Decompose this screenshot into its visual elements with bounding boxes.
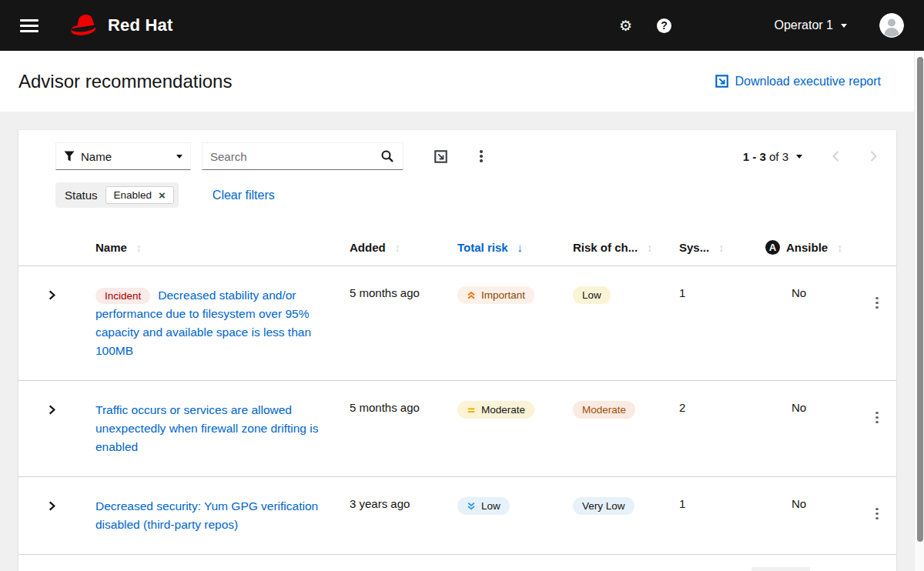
table-row: IncidentDecreased stability and/or perfo… [18, 266, 896, 381]
page-header: Advisor recommendations Download executi… [0, 51, 924, 112]
filter-category-label: Name [81, 150, 112, 163]
sort-icon[interactable]: ↕ [395, 242, 400, 254]
risk-of-change-badge: Low [573, 286, 611, 304]
angle-double-up-icon [467, 290, 476, 300]
row-kebab-menu-icon[interactable] [875, 290, 879, 309]
systems-cell: 1 [661, 477, 747, 555]
column-header-name[interactable]: Name ↕ [77, 225, 331, 266]
column-header-ansible[interactable]: A Ansible ↕ [747, 225, 857, 266]
column-header-systems[interactable]: Sys... ↕ [661, 225, 747, 266]
navbar-right: ⚙ ? Operator 1 [618, 13, 904, 38]
added-cell: 5 months ago [331, 266, 439, 381]
recommendation-link[interactable]: Decreased security: Yum GPG verification… [95, 499, 318, 531]
download-executive-report-label: Download executive report [735, 75, 881, 88]
ansible-cell: No [747, 477, 857, 555]
table-row: Traffic occurs or services are allowed u… [18, 381, 896, 477]
column-header-total-risk[interactable]: Total risk ↓ [439, 225, 554, 266]
menu-icon[interactable] [20, 19, 38, 32]
chevron-down-icon [176, 155, 182, 159]
ansible-cell: No [747, 381, 857, 477]
search-icon[interactable] [372, 150, 403, 162]
added-cell: 5 months ago [331, 381, 439, 477]
chip-label: Enabled [114, 189, 152, 201]
search-box [202, 142, 403, 170]
expand-row-icon[interactable] [48, 500, 56, 512]
filter-icon [64, 151, 75, 162]
table-toolbar: Name [18, 130, 896, 178]
expand-row-icon[interactable] [48, 289, 56, 301]
sort-desc-icon[interactable]: ↓ [517, 241, 524, 254]
active-filters-row: Status Enabled × Clear filters [18, 178, 896, 225]
status-chip-group: Status Enabled × [55, 182, 179, 208]
pagination-range: 1 - 3 [743, 150, 766, 163]
previous-page-icon[interactable] [832, 150, 840, 162]
angle-double-down-icon [467, 501, 476, 511]
kebab-menu-icon[interactable] [480, 150, 483, 162]
chip-group-label: Status [65, 189, 98, 202]
total-risk-badge: Moderate [457, 401, 534, 419]
recommendations-table: Name ↕ Added ↕ Total risk ↓ Risk of ch..… [18, 225, 896, 555]
actions-column-header [857, 225, 896, 266]
avatar[interactable] [879, 13, 904, 38]
scrollbar-thumb[interactable] [917, 57, 923, 542]
added-cell: 3 years ago [331, 477, 439, 555]
table-row: Decreased security: Yum GPG verification… [18, 477, 896, 555]
risk-of-change-badge: Moderate [573, 401, 635, 419]
sort-icon[interactable]: ↕ [647, 242, 652, 254]
pagination-total: of 3 [769, 150, 788, 163]
risk-of-change-badge: Very Low [573, 497, 634, 515]
user-menu-toggle[interactable]: Operator 1 [775, 18, 847, 32]
next-page-icon[interactable] [869, 150, 878, 162]
column-header-added[interactable]: Added ↕ [331, 225, 439, 266]
pagination-menu-toggle[interactable]: 1 - 3 of 3 [743, 150, 802, 163]
systems-cell: 2 [661, 381, 747, 477]
recommendations-card: Name [18, 130, 896, 571]
systems-cell: 1 [661, 266, 747, 381]
filter-category-dropdown[interactable]: Name [55, 142, 191, 170]
clear-filters-button[interactable]: Clear filters [213, 189, 275, 202]
column-header-risk-of-change[interactable]: Risk of ch... ↕ [554, 225, 661, 266]
equals-icon [467, 406, 476, 415]
incident-badge: Incident [95, 288, 150, 304]
expand-row-icon[interactable] [48, 404, 56, 416]
recommendation-link[interactable]: Traffic occurs or services are allowed u… [95, 403, 319, 453]
redhat-logo: Red Hat [66, 13, 173, 38]
scrollbar-track[interactable] [914, 51, 924, 571]
content: Name [0, 112, 924, 571]
row-kebab-menu-icon[interactable] [875, 501, 879, 519]
export-icon[interactable] [434, 150, 447, 163]
download-executive-report-button[interactable]: Download executive report [715, 75, 881, 88]
total-risk-badge: Important [457, 286, 534, 304]
expand-column-header [18, 225, 77, 266]
total-risk-badge: Low [457, 497, 510, 515]
user-name: Operator 1 [775, 18, 833, 32]
ansible-icon: A [765, 240, 780, 255]
ansible-cell: No [747, 266, 857, 381]
close-icon[interactable]: × [159, 189, 166, 201]
filter-chip-enabled: Enabled × [105, 186, 174, 204]
pagination: 1 - 3 of 3 [743, 150, 878, 163]
redhat-hat-icon [66, 13, 100, 38]
bottom-pagination-peek [752, 567, 810, 571]
brand-name: Red Hat [108, 15, 173, 35]
table-header-row: Name ↕ Added ↕ Total risk ↓ Risk of ch..… [18, 225, 896, 266]
gear-icon[interactable]: ⚙ [618, 17, 634, 34]
sort-icon[interactable]: ↕ [837, 242, 842, 254]
page-title: Advisor recommendations [18, 71, 232, 92]
sort-icon[interactable]: ↕ [718, 242, 724, 254]
search-input[interactable] [203, 143, 372, 169]
help-icon[interactable]: ? [656, 17, 673, 34]
top-navbar: Red Hat ⚙ ? Operator 1 [0, 0, 924, 51]
sort-icon[interactable]: ↕ [136, 242, 142, 254]
chevron-down-icon [841, 24, 847, 28]
export-icon [715, 75, 728, 88]
row-kebab-menu-icon[interactable] [875, 405, 879, 423]
chevron-down-icon [796, 155, 802, 159]
